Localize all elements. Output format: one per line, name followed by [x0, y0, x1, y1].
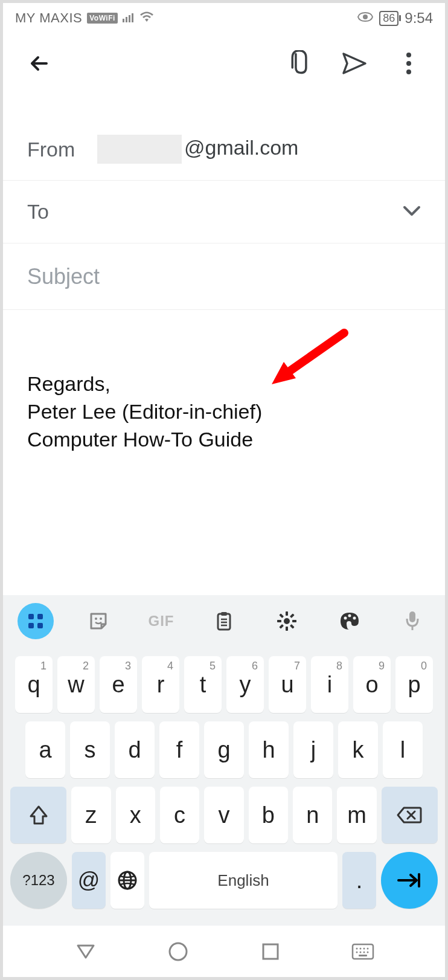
tab-next-key[interactable]	[381, 852, 438, 909]
key-e[interactable]: e3	[100, 656, 137, 713]
key-w[interactable]: w2	[57, 656, 95, 713]
svg-rect-11	[37, 614, 43, 619]
key-a[interactable]: a	[25, 721, 65, 778]
key-u[interactable]: u7	[269, 656, 306, 713]
key-j[interactable]: j	[293, 721, 333, 778]
from-domain: @gmail.com	[184, 136, 298, 159]
svg-point-47	[363, 947, 365, 949]
key-h[interactable]: h	[249, 721, 289, 778]
svg-point-5	[406, 53, 411, 57]
key-c[interactable]: c	[160, 787, 199, 843]
key-b[interactable]: b	[249, 787, 288, 843]
svg-point-30	[344, 616, 347, 619]
svg-rect-33	[409, 611, 415, 622]
key-s[interactable]: s	[70, 721, 110, 778]
subject-field-row[interactable]: Subject	[3, 243, 445, 310]
battery-indicator: 86	[379, 11, 398, 26]
svg-point-21	[284, 618, 290, 624]
attach-button[interactable]	[282, 45, 318, 82]
svg-point-52	[366, 951, 368, 953]
symbols-key[interactable]: ?123	[10, 852, 67, 909]
svg-point-45	[356, 947, 357, 949]
clock-label: 9:54	[405, 10, 433, 27]
from-value: @gmail.com	[97, 135, 421, 164]
svg-point-4	[363, 15, 368, 19]
subject-input[interactable]: Subject	[27, 264, 100, 289]
palette-icon[interactable]	[331, 603, 368, 639]
svg-line-8	[284, 333, 344, 375]
key-l[interactable]: l	[383, 721, 423, 778]
from-label: From	[27, 138, 83, 161]
key-x[interactable]: x	[116, 787, 155, 843]
key-y[interactable]: y6	[226, 656, 264, 713]
svg-rect-17	[221, 612, 227, 616]
svg-point-6	[406, 61, 411, 66]
svg-point-31	[348, 614, 351, 617]
nav-keyboard-button[interactable]	[348, 936, 378, 967]
nav-back-button[interactable]	[71, 936, 101, 967]
svg-rect-12	[28, 623, 34, 628]
key-p[interactable]: p0	[395, 656, 433, 713]
key-k[interactable]: k	[338, 721, 378, 778]
key-z[interactable]: z	[71, 787, 110, 843]
gif-button[interactable]: GIF	[143, 603, 179, 639]
signature-line-1: Regards,	[27, 370, 421, 398]
nav-home-button[interactable]	[163, 936, 193, 967]
key-r[interactable]: r4	[142, 656, 179, 713]
signal-icon	[123, 10, 135, 26]
space-key[interactable]: English	[149, 852, 338, 909]
svg-point-51	[363, 951, 365, 953]
key-n[interactable]: n	[293, 787, 332, 843]
clipboard-icon[interactable]	[206, 603, 242, 639]
at-key[interactable]: @	[72, 852, 106, 909]
key-t[interactable]: t5	[184, 656, 222, 713]
apps-icon[interactable]	[18, 603, 54, 639]
key-v[interactable]: v	[204, 787, 243, 843]
svg-point-7	[406, 69, 411, 74]
backspace-key[interactable]	[382, 787, 438, 843]
carrier-label: MY MAXIS	[15, 10, 82, 26]
navigation-bar	[3, 926, 445, 977]
key-q[interactable]: q1	[15, 656, 53, 713]
gear-icon[interactable]	[269, 603, 305, 639]
key-d[interactable]: d	[115, 721, 155, 778]
language-key[interactable]	[110, 852, 144, 909]
svg-point-50	[359, 951, 361, 953]
svg-rect-10	[28, 614, 34, 619]
vowifi-badge: VoWiFi	[87, 13, 118, 24]
wifi-icon	[139, 10, 154, 26]
svg-rect-53	[359, 955, 367, 956]
svg-rect-13	[37, 623, 43, 628]
svg-rect-43	[263, 944, 278, 959]
chevron-down-icon[interactable]	[403, 205, 421, 219]
more-button[interactable]	[391, 45, 427, 82]
compose-body[interactable]: Regards, Peter Lee (Editor-in-chief) Com…	[3, 310, 445, 588]
status-bar: MY MAXIS VoWiFi 86 9:54	[3, 3, 445, 33]
mic-icon[interactable]	[394, 603, 430, 639]
svg-rect-1	[126, 17, 127, 22]
svg-point-15	[100, 617, 102, 620]
svg-rect-44	[353, 944, 373, 959]
nav-recent-button[interactable]	[255, 936, 286, 967]
key-g[interactable]: g	[204, 721, 244, 778]
key-f[interactable]: f	[159, 721, 199, 778]
svg-rect-0	[123, 19, 124, 22]
period-key[interactable]: .	[342, 852, 376, 909]
to-field-row[interactable]: To	[3, 181, 445, 243]
redacted-name	[97, 135, 182, 164]
svg-point-42	[170, 943, 187, 960]
svg-rect-28	[279, 613, 284, 618]
signature-line-2: Peter Lee (Editor-in-chief)	[27, 398, 421, 426]
key-i[interactable]: i8	[311, 656, 348, 713]
keyboard: q1w2e3r4t5y6u7i8o9p0 asdfghjkl zxcvbnm ?…	[3, 646, 445, 926]
from-field-row[interactable]: From @gmail.com	[3, 118, 445, 181]
shift-key[interactable]	[10, 787, 66, 843]
back-button[interactable]	[21, 45, 57, 82]
svg-point-48	[366, 947, 368, 949]
key-o[interactable]: o9	[353, 656, 391, 713]
svg-rect-22	[286, 611, 288, 616]
key-m[interactable]: m	[337, 787, 376, 843]
send-button[interactable]	[336, 45, 373, 82]
sticker-icon[interactable]	[80, 603, 117, 639]
keyboard-toolbar: GIF	[3, 595, 445, 646]
